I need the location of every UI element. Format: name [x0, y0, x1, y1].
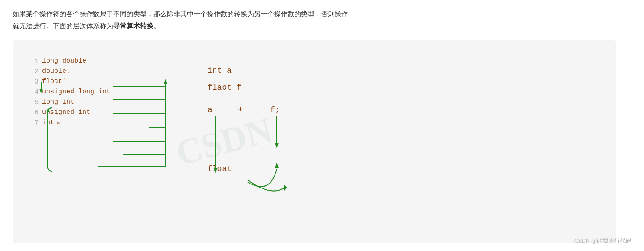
- list-item: 7int✏️: [29, 119, 181, 126]
- intro-text: 如果某个操作符的各个操作数属于不同的类型，那么除非其中一个操作数的转换为另一个操…: [13, 8, 504, 32]
- list-item: 4unsigned long int: [29, 88, 181, 96]
- list-item-code: float': [42, 78, 66, 85]
- svg-marker-15: [275, 163, 279, 168]
- list-item-number: 5: [29, 99, 38, 106]
- list-item: 6unsigned int: [29, 109, 181, 116]
- list-item-number: 7: [29, 119, 38, 126]
- diagram-area: int a flaot f a + f; float: [181, 53, 600, 227]
- list-item-code: int: [42, 119, 54, 126]
- list-item: 2double.: [29, 67, 181, 75]
- list-item-number: 1: [29, 58, 38, 65]
- intro-text-part2: 就无法进行。下面的层次体系称为: [13, 22, 113, 29]
- intro-bold: 寻常算术转换: [113, 22, 153, 29]
- list-item-code: long double: [42, 57, 86, 65]
- list-item-number: 4: [29, 88, 38, 96]
- svg-marker-16: [284, 184, 287, 191]
- intro-text-part1: 如果某个操作符的各个操作数属于不同的类型，那么除非其中一个操作数的转换为另一个操…: [13, 10, 348, 17]
- list-item-code: unsigned long int: [42, 88, 110, 96]
- diagram-svg: [208, 57, 386, 227]
- list-item-code: unsigned int: [42, 109, 90, 116]
- list-item-number: 6: [29, 109, 38, 116]
- list-item: 5long int: [29, 98, 181, 106]
- main-box: CSDN 1long double2double.3float'4unsigne…: [13, 40, 616, 243]
- svg-marker-12: [214, 168, 217, 173]
- list-item-number: 3: [29, 78, 38, 85]
- list-item: 3float': [29, 78, 181, 85]
- diagram-content: int a flaot f a + f; float: [208, 57, 386, 227]
- type-list: 1long double2double.3float'4unsigned lon…: [29, 57, 181, 126]
- content-area: 1long double2double.3float'4unsigned lon…: [29, 53, 600, 227]
- list-item-number: 2: [29, 68, 38, 75]
- page-container: 如果某个操作符的各个操作数属于不同的类型，那么除非其中一个操作数的转换为另一个操…: [0, 0, 644, 251]
- edit-icon[interactable]: ✏️: [57, 119, 60, 126]
- svg-marker-14: [275, 143, 279, 148]
- list-item-code: long int: [42, 98, 74, 106]
- list-item: 1long double: [29, 57, 181, 65]
- footer: CSDN @让我两行代码: [574, 237, 631, 245]
- list-area: 1long double2double.3float'4unsigned lon…: [29, 53, 181, 227]
- footer-text: CSDN @让我两行代码: [574, 237, 631, 244]
- intro-text-part3: 。: [153, 22, 160, 29]
- list-item-code: double.: [42, 67, 70, 75]
